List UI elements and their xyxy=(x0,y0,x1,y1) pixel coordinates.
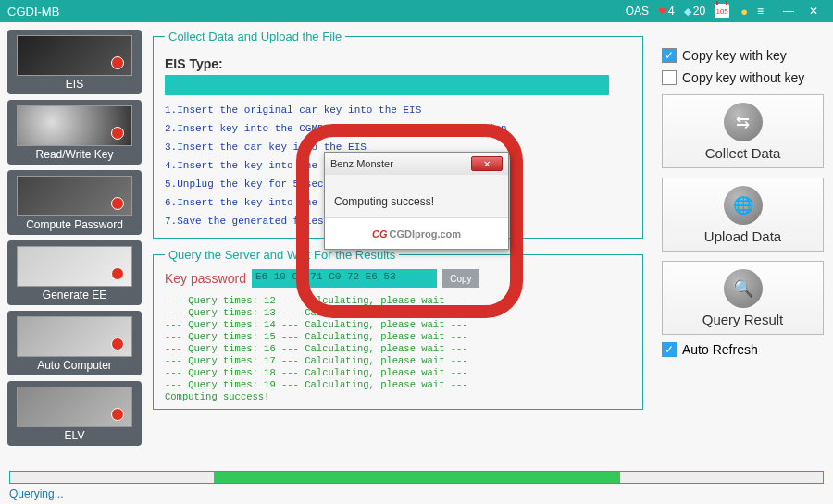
query-legend: Query the Server and Wait For the Result… xyxy=(165,248,399,262)
checkbox-off-icon xyxy=(662,70,677,85)
status-dot-icon xyxy=(111,408,124,421)
sidebar-label: ELV xyxy=(65,429,85,442)
elv-thumb xyxy=(17,387,132,427)
query-result-button[interactable]: 🔍Query Result xyxy=(662,261,824,335)
collect-legend: Collect Data and Upload the File xyxy=(165,30,345,43)
query-log: --- Query times: 12 --- Calculating, ple… xyxy=(165,295,631,403)
option-label: Auto Refresh xyxy=(682,342,758,357)
sidebar-item-read-write-key[interactable]: Read/Write Key xyxy=(7,100,142,165)
key-password-label: Key password xyxy=(165,271,246,286)
hearts-indicator: ❤4 xyxy=(658,5,675,18)
sidebar-item-eis[interactable]: EIS xyxy=(7,30,142,94)
heart-icon: ❤ xyxy=(658,6,666,18)
calendar-indicator: 105 xyxy=(715,4,731,18)
dialog-benz-monster: Benz Monster ✕ Computing success! CGCGDI… xyxy=(324,152,509,250)
checkbox-on-icon: ✓ xyxy=(662,342,677,357)
dialog-message: Computing success! xyxy=(325,175,508,217)
minimize-button[interactable]: — xyxy=(783,5,800,18)
button-label: Upload Data xyxy=(704,228,781,244)
usb-icon: ⇆ xyxy=(724,103,763,141)
calendar-icon: 105 xyxy=(715,4,729,18)
sidebar-label: Read/Write Key xyxy=(36,148,114,161)
checkbox-on-icon: ✓ xyxy=(662,48,677,63)
button-label: Query Result xyxy=(702,312,784,327)
sidebar-label: Compute Password xyxy=(26,218,123,231)
dialog-titlebar[interactable]: Benz Monster ✕ xyxy=(325,153,508,175)
ee-thumb xyxy=(17,246,132,287)
status-dot-icon xyxy=(111,56,124,69)
cp-thumb xyxy=(17,176,132,216)
medal-icon: ● xyxy=(740,5,748,18)
option-label: Copy key without key xyxy=(682,70,804,85)
menu-icon[interactable]: ≡ xyxy=(757,5,774,18)
progress-fill xyxy=(214,472,620,483)
ac-thumb xyxy=(17,316,132,357)
status-dot-icon xyxy=(111,267,124,280)
eis-thumb xyxy=(17,35,132,76)
titlebar: CGDI-MB OAS ❤4 ◆20 105 ● ≡ — ✕ xyxy=(0,0,833,22)
button-label: Collect Data xyxy=(705,145,781,161)
oas-label: OAS xyxy=(626,5,649,18)
sidebar-item-compute-password[interactable]: Compute Password xyxy=(7,170,142,235)
app-title: CGDI-MB xyxy=(7,5,59,18)
option-copy-with-key[interactable]: ✓Copy key with key xyxy=(662,48,824,63)
option-label: Copy key with key xyxy=(682,48,787,63)
globe-icon: 🌐 xyxy=(724,186,763,225)
diamond-icon: ◆ xyxy=(684,6,691,18)
status-dot-icon xyxy=(111,338,124,350)
progress-bar xyxy=(9,471,824,484)
dialog-close-button[interactable]: ✕ xyxy=(471,156,503,171)
sidebar: EIS Read/Write Key Compute Password Gene… xyxy=(7,30,142,451)
eis-type-label: EIS Type: xyxy=(165,56,631,71)
eis-type-field[interactable] xyxy=(165,75,609,95)
copy-button[interactable]: Copy xyxy=(442,269,479,288)
status-text: Querying... xyxy=(9,487,64,500)
sidebar-label: EIS xyxy=(66,78,83,91)
auto-refresh-option[interactable]: ✓Auto Refresh xyxy=(662,342,824,357)
diamonds-indicator: ◆20 xyxy=(684,5,705,18)
dialog-title: Benz Monster xyxy=(330,158,393,169)
key-thumb xyxy=(17,105,132,146)
status-dot-icon xyxy=(111,127,124,140)
sidebar-label: Generate EE xyxy=(43,289,106,301)
upload-data-button[interactable]: 🌐Upload Data xyxy=(662,178,824,252)
search-globe-icon: 🔍 xyxy=(724,269,763,308)
right-panel: ✓Copy key with key Copy key without key … xyxy=(662,48,824,357)
close-button[interactable]: ✕ xyxy=(809,5,826,18)
collect-data-button[interactable]: ⇆Collect Data xyxy=(662,94,824,168)
sidebar-item-generate-ee[interactable]: Generate EE xyxy=(7,240,142,305)
dialog-logo: CGCGDIprog.com xyxy=(325,217,508,249)
query-fieldset: Query the Server and Wait For the Result… xyxy=(153,248,643,410)
status-dot-icon xyxy=(111,197,124,210)
sidebar-item-elv[interactable]: ELV xyxy=(7,381,142,446)
key-password-field[interactable]: E6 10 CC 71 C0 72 E6 53 xyxy=(252,269,437,288)
sidebar-label: Auto Computer xyxy=(37,359,112,372)
option-copy-without-key[interactable]: Copy key without key xyxy=(662,70,824,85)
sidebar-item-auto-computer[interactable]: Auto Computer xyxy=(7,311,142,375)
